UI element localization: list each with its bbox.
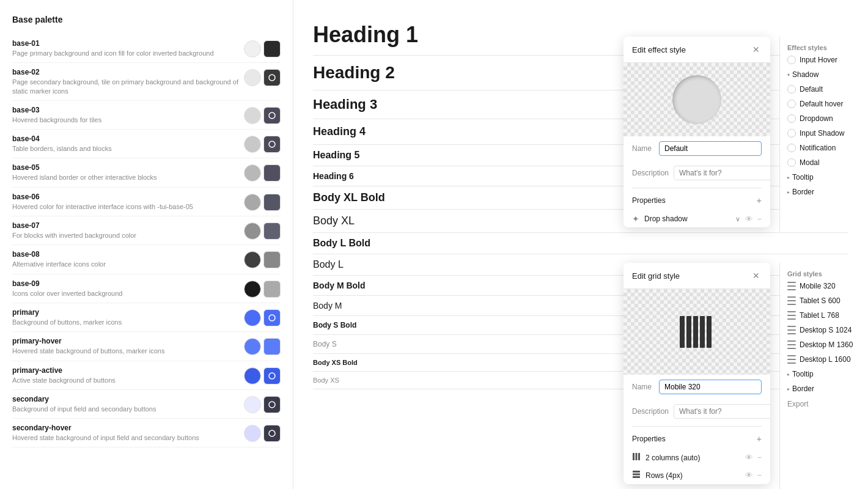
effect-style-input-shadow[interactable]: Input Shadow — [780, 126, 868, 141]
svg-rect-12 — [633, 453, 634, 460]
palette-name: primary-hover — [12, 337, 239, 345]
radio-icon — [787, 129, 796, 138]
palette-swatches — [244, 425, 281, 442]
swatch-dark — [263, 69, 281, 86]
swatch-dark — [263, 251, 281, 268]
palette-swatches — [244, 251, 281, 268]
palette-row: base-04 Table borders, islands and block… — [12, 130, 281, 158]
palette-swatches — [244, 367, 281, 384]
svg-point-6 — [269, 430, 275, 436]
grid-panel-title: Edit grid style — [632, 271, 680, 281]
grid-style-item[interactable]: Desktop L 1600 — [780, 352, 868, 367]
swatch-light — [244, 309, 261, 326]
grid-style-item[interactable]: Tablet S 600 — [780, 293, 868, 308]
shadow-group-header[interactable]: ▾ Shadow — [780, 67, 868, 82]
grid-style-item[interactable]: Mobile 320 — [780, 279, 868, 293]
palette-name: base-09 — [12, 279, 239, 288]
tooltip-group-header[interactable]: ▸ Tooltip — [780, 170, 868, 185]
grid-style-item[interactable]: Tablet L 768 — [780, 308, 868, 323]
effect-name-input[interactable] — [659, 141, 762, 156]
grid-columns-row: 2 columns (auto) 👁 − — [623, 449, 770, 466]
grid-columns-label: 2 columns (auto) — [645, 454, 740, 462]
palette-info: base-07 For blocks with inverted backgro… — [12, 221, 239, 240]
palette-desc: Table borders, islands and blocks — [12, 144, 239, 153]
effect-style-label: Default — [800, 85, 823, 94]
effect-add-property-button[interactable]: + — [757, 196, 762, 205]
grid-svg — [679, 314, 715, 350]
palette-info: primary-active Active state background o… — [12, 366, 239, 384]
effect-panel-header: Edit effect style ✕ — [623, 37, 770, 63]
columns-visibility-toggle[interactable]: 👁 — [745, 453, 753, 462]
tooltip-group-label: Tooltip — [792, 173, 814, 182]
palette-info: primary Background of buttons, marker ic… — [12, 308, 239, 326]
grid-style-item[interactable]: Desktop M 1360 — [780, 337, 868, 352]
swatch-light — [244, 396, 261, 413]
effect-style-dropdown[interactable]: Dropdown — [780, 111, 868, 126]
rows-remove-button[interactable]: − — [757, 471, 762, 480]
palette-desc: Page primary background and icon fill fo… — [12, 49, 239, 57]
effect-style-notification[interactable]: Notification — [780, 141, 868, 155]
palette-swatches — [244, 309, 281, 326]
effect-name-label: Name — [632, 144, 654, 153]
palette-name: base-04 — [12, 134, 239, 143]
base-palette-title: Base palette — [12, 15, 281, 24]
palette-desc: Hovered color for interactive interface … — [12, 202, 239, 211]
palette-row: primary-active Active state background o… — [12, 361, 281, 390]
effect-style-default[interactable]: Default — [780, 82, 868, 97]
chevron-down-icon: ▾ — [787, 72, 790, 78]
grid-desc-field: Description — [623, 399, 770, 424]
palette-swatches — [244, 40, 281, 57]
svg-rect-10 — [700, 316, 705, 348]
palette-row: base-07 For blocks with inverted backgro… — [12, 216, 281, 245]
palette-info: base-04 Table borders, islands and block… — [12, 134, 239, 153]
drop-shadow-visibility-toggle[interactable]: 👁 — [745, 215, 753, 224]
grid-properties-label: Properties — [632, 435, 666, 443]
effect-properties-label: Properties — [632, 196, 666, 205]
effect-desc-input[interactable] — [674, 166, 770, 180]
rows-visibility-toggle[interactable]: 👁 — [745, 471, 753, 480]
grid-name-input[interactable] — [659, 380, 762, 394]
tooltip-grid-label: Tooltip — [792, 370, 814, 378]
grid-style-label: Tablet S 600 — [800, 296, 840, 305]
edit-effect-style-panel: Edit effect style ✕ Name Description Pro… — [623, 37, 770, 227]
palette-name: base-06 — [12, 193, 239, 201]
swatch-light — [244, 40, 261, 57]
swatch-light — [244, 164, 261, 182]
palette-desc: Hovered state background of buttons, mar… — [12, 347, 239, 355]
svg-point-5 — [269, 402, 275, 408]
palette-info: base-01 Page primary background and icon… — [12, 39, 239, 57]
palette-desc: Hovered state background of input field … — [12, 433, 239, 442]
effect-style-default-hover[interactable]: Default hover — [780, 97, 868, 111]
effect-panel-close-button[interactable]: ✕ — [751, 44, 762, 55]
grid-style-item[interactable]: Desktop S 1024 — [780, 323, 868, 337]
border-grid-group[interactable]: ▸ Border — [780, 381, 868, 396]
drop-shadow-remove-button[interactable]: − — [757, 215, 762, 224]
effect-style-modal[interactable]: Modal — [780, 155, 868, 170]
palette-info: base-08 Alternative interface icons colo… — [12, 250, 239, 268]
effect-style-label: Modal — [800, 158, 820, 167]
grid-style-label: Desktop L 1600 — [800, 355, 851, 364]
tooltip-grid-group[interactable]: ▸ Tooltip — [780, 367, 868, 381]
grid-add-property-button[interactable]: + — [757, 434, 762, 444]
palette-swatches — [244, 338, 281, 355]
effect-panel-title: Edit effect style — [632, 45, 686, 54]
svg-rect-9 — [693, 316, 698, 348]
effect-styles-section-title: Effect styles — [780, 42, 868, 53]
effect-style-input-hover[interactable]: Input Hover — [780, 53, 868, 67]
columns-remove-button[interactable]: − — [757, 453, 762, 462]
grid-lines-icon — [787, 340, 796, 349]
swatch-dark — [263, 194, 281, 211]
palette-desc: Background of input field and secondary … — [12, 405, 239, 413]
base-palette-panel: Base palette base-01 Page primary backgr… — [0, 0, 293, 489]
palette-name: base-01 — [12, 39, 239, 48]
chevron-right-icon: ▸ — [787, 372, 790, 377]
palette-name: base-03 — [12, 106, 239, 114]
swatch-dark — [263, 222, 281, 240]
grid-styles-sidebar: Grid styles Mobile 320 Tablet S 600 Tabl… — [779, 263, 868, 489]
drop-shadow-icon: ✦ — [632, 214, 639, 224]
palette-info: base-09 Icons color over inverted backgr… — [12, 279, 239, 298]
palette-row: base-08 Alternative interface icons colo… — [12, 245, 281, 274]
grid-desc-input[interactable] — [674, 404, 770, 419]
border-group-header[interactable]: ▸ Border — [780, 185, 868, 199]
grid-panel-close-button[interactable]: ✕ — [751, 270, 762, 281]
